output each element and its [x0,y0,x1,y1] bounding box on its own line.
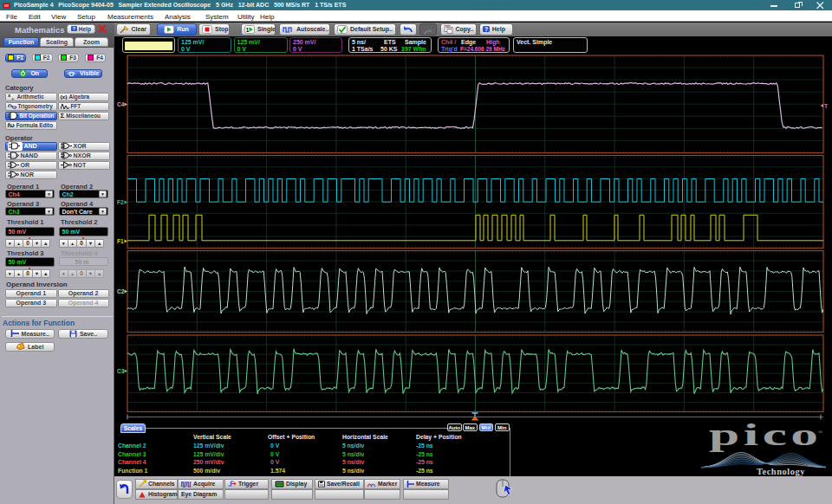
svg-text:F2: F2 [117,199,124,205]
svg-text:C3: C3 [117,368,125,374]
svg-text:1: 1 [246,27,250,33]
svg-text:F1: F1 [117,238,124,244]
svg-text:C4: C4 [117,101,125,107]
svg-text:T: T [824,103,828,109]
svg-text:÷: ÷ [11,96,15,100]
svg-text:C2: C2 [117,288,125,294]
